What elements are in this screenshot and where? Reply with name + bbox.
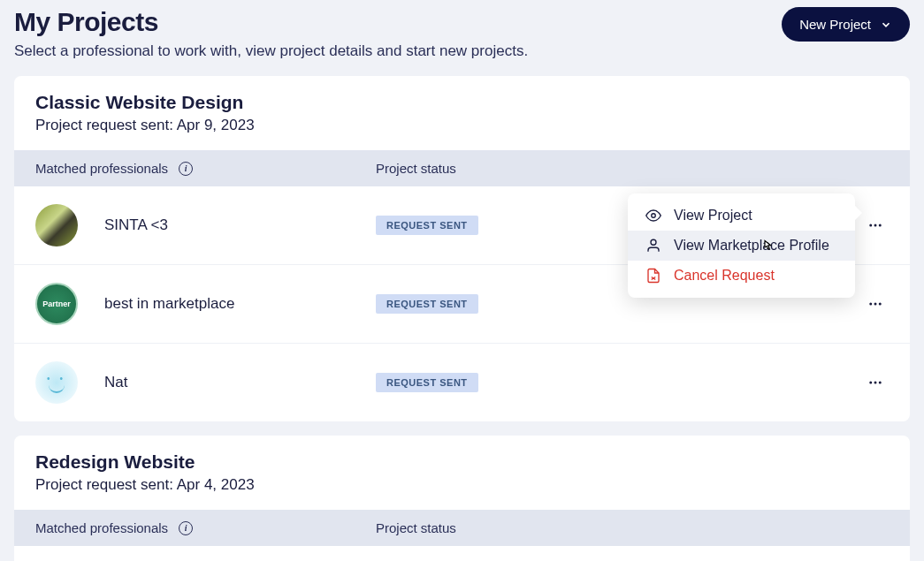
column-header-matched: Matched professionals (35, 161, 168, 176)
eye-icon (645, 208, 661, 224)
more-actions-button[interactable] (862, 369, 889, 396)
svg-point-9 (879, 303, 882, 306)
svg-point-11 (874, 382, 877, 384)
table-header: Matched professionals i Project status (14, 150, 910, 186)
cancel-file-icon (645, 268, 661, 284)
dropdown-view-project[interactable]: View Project (628, 201, 855, 231)
more-actions-button[interactable] (862, 291, 889, 317)
table-header: Matched professionals i Project status (14, 510, 910, 546)
svg-point-7 (869, 303, 872, 306)
avatar (35, 361, 78, 404)
svg-point-8 (874, 303, 877, 306)
new-project-button[interactable]: New Project (782, 7, 910, 42)
more-horizontal-icon (867, 375, 883, 390)
professional-name: SINTA <3 (104, 216, 168, 234)
dropdown-cancel-request[interactable]: Cancel Request (628, 261, 855, 291)
actions-dropdown: View Project View Marketplace Profile Ca… (628, 193, 855, 298)
dropdown-label: Cancel Request (674, 268, 775, 284)
dropdown-label: View Marketplace Profile (674, 238, 829, 254)
svg-point-4 (651, 239, 656, 245)
project-name: Redesign Website (35, 451, 889, 473)
project-card-header: Classic Website Design Project request s… (14, 76, 910, 150)
svg-point-0 (869, 224, 872, 227)
project-sent-date: Project request sent: Apr 9, 2023 (35, 117, 889, 134)
page-title: My Projects (14, 7, 528, 37)
dropdown-view-profile[interactable]: View Marketplace Profile (628, 231, 855, 261)
page-subtitle: Select a professional to work with, view… (14, 42, 528, 60)
project-card-header: Redesign Website Project request sent: A… (14, 436, 910, 510)
column-header-matched: Matched professionals (35, 520, 168, 535)
column-header-status: Project status (376, 520, 836, 535)
chevron-down-icon (880, 19, 892, 31)
avatar: Partner (35, 283, 78, 325)
project-card: Redesign Website Project request sent: A… (14, 436, 910, 561)
person-icon (645, 238, 661, 254)
new-project-label: New Project (799, 17, 871, 32)
more-actions-button[interactable] (862, 212, 889, 239)
column-header-status: Project status (376, 161, 836, 176)
info-icon[interactable]: i (179, 162, 193, 176)
svg-point-10 (869, 382, 872, 384)
more-horizontal-icon (867, 217, 883, 233)
professional-name: best in marketplace (104, 295, 234, 313)
info-icon[interactable]: i (179, 521, 193, 535)
avatar (35, 204, 78, 246)
svg-point-12 (879, 382, 882, 384)
dropdown-label: View Project (674, 208, 752, 224)
svg-point-2 (879, 224, 882, 227)
professional-row: WiX Guy H CANCELED (14, 546, 910, 561)
page-header: My Projects Select a professional to wor… (14, 0, 910, 76)
more-horizontal-icon (867, 296, 883, 312)
svg-point-3 (652, 214, 656, 218)
professional-row: SINTA <3 REQUEST SENT View Project View … (14, 186, 910, 265)
professional-row: Nat REQUEST SENT (14, 344, 910, 421)
professional-name: Nat (104, 374, 127, 391)
svg-point-1 (874, 224, 877, 227)
status-badge: REQUEST SENT (376, 373, 478, 392)
project-sent-date: Project request sent: Apr 4, 2023 (35, 476, 889, 494)
status-badge: REQUEST SENT (376, 216, 478, 235)
status-badge: REQUEST SENT (376, 294, 478, 314)
project-name: Classic Website Design (35, 92, 889, 113)
project-card: Classic Website Design Project request s… (14, 76, 910, 421)
